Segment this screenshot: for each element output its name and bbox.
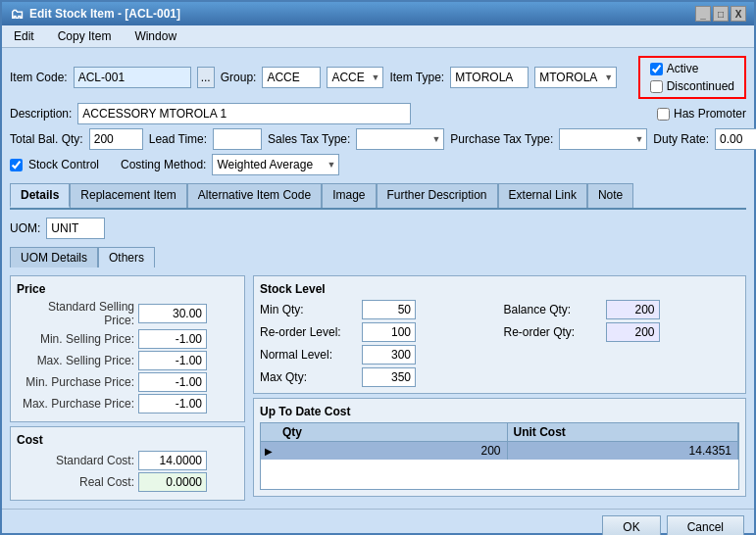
row-description: Description: Has Promoter xyxy=(10,103,746,124)
reorder-level-input[interactable] xyxy=(362,322,416,342)
min-qty-label: Min Qty: xyxy=(260,303,358,316)
menu-window[interactable]: Window xyxy=(130,27,180,45)
maximize-button[interactable]: □ xyxy=(713,6,729,22)
sub-tabs: UOM Details Others xyxy=(10,247,746,268)
row-unit-cost: 14.4351 xyxy=(508,442,739,460)
item-type-input[interactable] xyxy=(450,67,529,88)
sub-tab-uom-details[interactable]: UOM Details xyxy=(10,247,98,268)
cost-row-0: Standard Cost: xyxy=(17,451,238,470)
description-input[interactable] xyxy=(77,103,411,124)
uom-row: UOM: xyxy=(10,218,746,239)
tab-replacement-item[interactable]: Replacement Item xyxy=(70,183,186,208)
normal-level-label: Normal Level: xyxy=(260,348,358,362)
price-input-3[interactable] xyxy=(138,372,207,392)
tab-image[interactable]: Image xyxy=(322,183,376,208)
costing-method-label: Costing Method: xyxy=(121,158,206,171)
item-code-label: Item Code: xyxy=(10,71,68,84)
price-label-2: Max. Selling Price: xyxy=(17,354,134,367)
duty-rate-input[interactable] xyxy=(715,128,756,150)
group-input[interactable] xyxy=(262,67,321,88)
price-input-1[interactable] xyxy=(138,329,207,349)
row-arrow: ▶ xyxy=(261,442,277,460)
cancel-button[interactable]: Cancel xyxy=(667,515,744,535)
cost-table: Qty Unit Cost ▶ 200 14.4351 xyxy=(260,422,739,490)
row-item-code: Item Code: ... Group: ACCE Item Type: MT… xyxy=(10,56,746,99)
lead-time-input[interactable] xyxy=(213,128,262,150)
total-bal-qty-label: Total Bal. Qty: xyxy=(10,132,83,146)
tab-details[interactable]: Details xyxy=(10,183,70,208)
left-panel: Price Standard Selling Price: Min. Selli… xyxy=(10,275,245,501)
cost-input-0[interactable] xyxy=(138,451,207,470)
ok-button[interactable]: OK xyxy=(602,515,660,535)
group-label: Group: xyxy=(221,71,257,84)
col-unit-cost: Unit Cost xyxy=(508,423,739,441)
min-qty-input[interactable] xyxy=(362,300,416,319)
cost-input-1[interactable] xyxy=(138,472,207,492)
stock-level-panel: Stock Level Min Qty: Balance Qty: Re-ord… xyxy=(253,275,746,394)
active-label: Active xyxy=(667,62,699,75)
duty-rate-label: Duty Rate: xyxy=(653,132,709,146)
col-qty: Qty xyxy=(277,423,508,441)
balance-qty-label: Balance Qty: xyxy=(504,303,602,316)
group-dropdown[interactable]: ACCE xyxy=(327,67,383,88)
price-input-0[interactable] xyxy=(138,304,207,323)
active-checkbox[interactable] xyxy=(650,63,663,75)
cost-label-0: Standard Cost: xyxy=(17,454,134,467)
sales-tax-type-dropdown[interactable] xyxy=(356,128,444,150)
item-code-input[interactable] xyxy=(74,67,191,88)
max-qty-label: Max Qty: xyxy=(260,370,358,384)
menu-copy-item[interactable]: Copy Item xyxy=(54,27,116,45)
reorder-qty-label: Re-order Qty: xyxy=(504,325,602,339)
stock-row-max-qty: Max Qty: xyxy=(260,367,496,387)
close-button[interactable]: X xyxy=(731,6,746,22)
window-title: Edit Stock Item - [ACL-001] xyxy=(29,7,180,21)
item-type-dropdown[interactable]: MTOROLA xyxy=(534,67,617,88)
minimize-button[interactable]: _ xyxy=(695,6,711,22)
row-totals: Total Bal. Qty: Lead Time: Sales Tax Typ… xyxy=(10,128,746,150)
cost-row-1: Real Cost: xyxy=(17,472,238,492)
right-panel: Stock Level Min Qty: Balance Qty: Re-ord… xyxy=(253,275,746,501)
tab-further-description[interactable]: Further Description xyxy=(377,183,498,208)
discontinued-label: Discontinued xyxy=(667,79,734,93)
title-bar: 🗂 Edit Stock Item - [ACL-001] _ □ X xyxy=(2,2,754,25)
price-row-4: Max. Purchase Price: xyxy=(17,394,238,413)
cost-table-header: Qty Unit Cost xyxy=(261,423,738,442)
price-label-3: Min. Purchase Price: xyxy=(17,375,134,389)
description-label: Description: xyxy=(10,107,72,121)
price-label-1: Min. Selling Price: xyxy=(17,332,134,346)
item-code-browse-button[interactable]: ... xyxy=(197,67,215,88)
menu-edit[interactable]: Edit xyxy=(10,27,38,45)
normal-level-input[interactable] xyxy=(362,345,416,365)
cost-panel: Cost Standard Cost: Real Cost: xyxy=(10,426,245,501)
price-input-2[interactable] xyxy=(138,351,207,370)
discontinued-row: Discontinued xyxy=(650,79,734,93)
costing-method-dropdown[interactable]: Weighted Average xyxy=(212,154,339,175)
stock-row-reorder-qty: Re-order Qty: xyxy=(504,322,740,342)
tab-external-link[interactable]: External Link xyxy=(498,183,587,208)
discontinued-checkbox[interactable] xyxy=(650,80,663,93)
stock-row-reorder-level: Re-order Level: xyxy=(260,322,496,342)
uom-label: UOM: xyxy=(10,221,40,235)
tab-note[interactable]: Note xyxy=(587,183,633,208)
cost-title: Cost xyxy=(17,433,238,447)
form-content: Item Code: ... Group: ACCE Item Type: MT… xyxy=(2,48,754,509)
has-promoter-label: Has Promoter xyxy=(674,107,746,121)
price-title: Price xyxy=(17,282,238,296)
active-box: Active Discontinued xyxy=(638,56,746,99)
purchase-tax-type-dropdown[interactable] xyxy=(559,128,647,150)
price-row-1: Min. Selling Price: xyxy=(17,329,238,349)
sub-tab-others[interactable]: Others xyxy=(98,247,155,268)
tab-alternative-item-code[interactable]: Alternative Item Code xyxy=(187,183,322,208)
purchase-tax-type-label: Purchase Tax Type: xyxy=(450,132,553,146)
title-controls[interactable]: _ □ X xyxy=(695,6,746,22)
table-row[interactable]: ▶ 200 14.4351 xyxy=(261,442,738,460)
max-qty-input[interactable] xyxy=(362,367,416,387)
stock-control-checkbox[interactable] xyxy=(10,159,23,171)
uom-input[interactable] xyxy=(46,218,105,239)
price-row-2: Max. Selling Price: xyxy=(17,351,238,370)
has-promoter-checkbox[interactable] xyxy=(657,108,670,121)
up-to-date-cost-panel: Up To Date Cost Qty Unit Cost ▶ 200 14.4… xyxy=(253,398,746,497)
price-input-4[interactable] xyxy=(138,394,207,413)
menu-bar: Edit Copy Item Window xyxy=(2,25,754,48)
up-to-date-cost-title: Up To Date Cost xyxy=(260,405,739,418)
